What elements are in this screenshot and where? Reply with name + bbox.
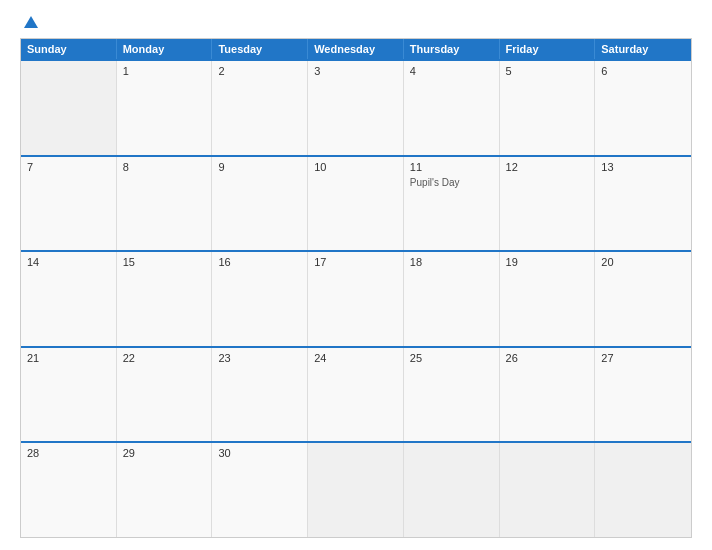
day-cell: 20 xyxy=(595,252,691,346)
day-cell: 15 xyxy=(117,252,213,346)
day-number: 18 xyxy=(410,256,493,268)
day-number: 3 xyxy=(314,65,397,77)
day-cell: 12 xyxy=(500,157,596,251)
day-header-wednesday: Wednesday xyxy=(308,39,404,59)
day-cell: 11Pupil's Day xyxy=(404,157,500,251)
logo-row1 xyxy=(20,18,38,28)
day-number: 6 xyxy=(601,65,685,77)
week-row-4: 21222324252627 xyxy=(21,346,691,442)
day-number: 10 xyxy=(314,161,397,173)
day-cell: 23 xyxy=(212,348,308,442)
logo xyxy=(20,18,38,28)
day-cell: 2 xyxy=(212,61,308,155)
week-row-1: 123456 xyxy=(21,59,691,155)
calendar-grid: SundayMondayTuesdayWednesdayThursdayFrid… xyxy=(20,38,692,538)
day-number: 22 xyxy=(123,352,206,364)
day-number: 26 xyxy=(506,352,589,364)
logo-triangle-icon xyxy=(24,16,38,28)
week-row-2: 7891011Pupil's Day1213 xyxy=(21,155,691,251)
day-cell: 10 xyxy=(308,157,404,251)
week-row-5: 282930 xyxy=(21,441,691,537)
day-number: 17 xyxy=(314,256,397,268)
calendar-page: SundayMondayTuesdayWednesdayThursdayFrid… xyxy=(0,0,712,550)
day-cell: 28 xyxy=(21,443,117,537)
day-header-tuesday: Tuesday xyxy=(212,39,308,59)
day-cell: 21 xyxy=(21,348,117,442)
day-cell: 5 xyxy=(500,61,596,155)
day-cell: 1 xyxy=(117,61,213,155)
day-number: 24 xyxy=(314,352,397,364)
day-cell: 29 xyxy=(117,443,213,537)
day-number: 1 xyxy=(123,65,206,77)
weeks-container: 1234567891011Pupil's Day1213141516171819… xyxy=(21,59,691,537)
day-number: 7 xyxy=(27,161,110,173)
day-header-friday: Friday xyxy=(500,39,596,59)
day-header-sunday: Sunday xyxy=(21,39,117,59)
day-header-saturday: Saturday xyxy=(595,39,691,59)
day-cell: 27 xyxy=(595,348,691,442)
day-cell: 19 xyxy=(500,252,596,346)
day-number: 2 xyxy=(218,65,301,77)
day-cell xyxy=(500,443,596,537)
day-cell: 24 xyxy=(308,348,404,442)
day-header-thursday: Thursday xyxy=(404,39,500,59)
day-number: 12 xyxy=(506,161,589,173)
day-number: 30 xyxy=(218,447,301,459)
day-cell: 17 xyxy=(308,252,404,346)
day-number: 25 xyxy=(410,352,493,364)
header xyxy=(20,18,692,28)
day-cell: 26 xyxy=(500,348,596,442)
day-cell: 8 xyxy=(117,157,213,251)
day-number: 14 xyxy=(27,256,110,268)
day-cell: 14 xyxy=(21,252,117,346)
day-cell: 22 xyxy=(117,348,213,442)
day-cell xyxy=(595,443,691,537)
week-row-3: 14151617181920 xyxy=(21,250,691,346)
day-header-monday: Monday xyxy=(117,39,213,59)
day-cell: 6 xyxy=(595,61,691,155)
event-label: Pupil's Day xyxy=(410,177,493,188)
day-cell: 4 xyxy=(404,61,500,155)
day-number: 23 xyxy=(218,352,301,364)
day-number: 5 xyxy=(506,65,589,77)
day-number: 28 xyxy=(27,447,110,459)
day-cell: 7 xyxy=(21,157,117,251)
day-cell: 3 xyxy=(308,61,404,155)
day-number: 13 xyxy=(601,161,685,173)
day-number: 29 xyxy=(123,447,206,459)
day-cell: 25 xyxy=(404,348,500,442)
day-cell xyxy=(308,443,404,537)
day-cell xyxy=(404,443,500,537)
day-number: 16 xyxy=(218,256,301,268)
day-cell xyxy=(21,61,117,155)
day-number: 11 xyxy=(410,161,493,173)
day-number: 8 xyxy=(123,161,206,173)
day-cell: 30 xyxy=(212,443,308,537)
day-cell: 13 xyxy=(595,157,691,251)
day-number: 9 xyxy=(218,161,301,173)
day-number: 27 xyxy=(601,352,685,364)
day-number: 15 xyxy=(123,256,206,268)
day-headers-row: SundayMondayTuesdayWednesdayThursdayFrid… xyxy=(21,39,691,59)
day-cell: 16 xyxy=(212,252,308,346)
day-number: 21 xyxy=(27,352,110,364)
day-cell: 9 xyxy=(212,157,308,251)
day-cell: 18 xyxy=(404,252,500,346)
day-number: 20 xyxy=(601,256,685,268)
day-number: 19 xyxy=(506,256,589,268)
day-number: 4 xyxy=(410,65,493,77)
